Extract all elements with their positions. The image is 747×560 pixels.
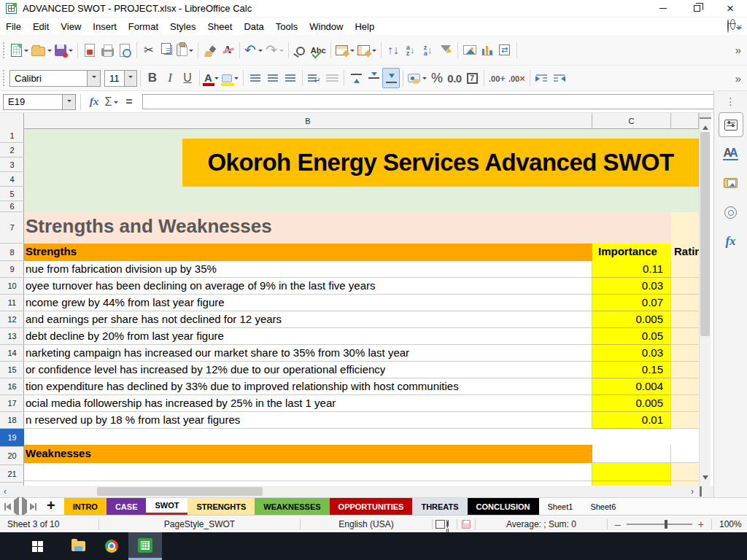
sheet-tab-threats[interactable]: THREATS bbox=[412, 498, 467, 515]
horizontal-scrollbar-thumb[interactable] bbox=[97, 487, 263, 496]
table-row[interactable]: oyee turnover has been declining on aver… bbox=[24, 278, 699, 295]
align-center-button[interactable] bbox=[264, 68, 282, 88]
row-header-11[interactable]: 11 bbox=[0, 295, 24, 311]
font-color-button[interactable]: A bbox=[203, 68, 220, 88]
freeze-panes-button[interactable]: ⇄ bbox=[496, 40, 514, 61]
sidebar-tab-styles[interactable]: AA bbox=[719, 141, 743, 166]
importance-value-cell[interactable]: 0.005 bbox=[592, 311, 671, 328]
paste-button[interactable] bbox=[175, 40, 195, 61]
strength-text-cell[interactable]: and earnings per share has not declined … bbox=[24, 311, 592, 328]
menu-sheet[interactable]: Sheet bbox=[201, 19, 238, 34]
name-box[interactable]: E19 bbox=[3, 94, 76, 110]
name-box-dropdown[interactable] bbox=[62, 95, 75, 109]
row-header-8[interactable]: 8 bbox=[0, 244, 24, 261]
zoom-in-icon[interactable]: + bbox=[698, 518, 704, 530]
empty-cell[interactable] bbox=[671, 445, 699, 463]
table-row[interactable]: ocial media followership has increased b… bbox=[24, 395, 699, 412]
toolbar-overflow-button[interactable]: » bbox=[735, 72, 740, 85]
selection-mode-icon[interactable] bbox=[436, 520, 445, 529]
align-top-button[interactable] bbox=[347, 68, 365, 88]
sort-descending-button[interactable]: za↓ bbox=[419, 40, 437, 61]
table-row[interactable]: or confidence level has increased by 12%… bbox=[24, 362, 699, 378]
importance-value-cell[interactable]: 0.15 bbox=[592, 362, 671, 378]
strength-text-cell[interactable]: debt decline by 20% from last year figur… bbox=[24, 328, 592, 345]
vertical-scrollbar[interactable] bbox=[699, 113, 711, 486]
rating-empty-cell[interactable] bbox=[671, 311, 699, 328]
strength-text-cell[interactable]: ncome grew by 44% from last year figure bbox=[24, 295, 592, 311]
next-sheet-button[interactable] bbox=[22, 500, 27, 513]
print-preview-button[interactable] bbox=[116, 40, 133, 61]
document-modified-icon[interactable] bbox=[462, 520, 471, 529]
row-header-12[interactable]: 12 bbox=[0, 311, 24, 328]
rating-empty-cell[interactable] bbox=[671, 378, 699, 395]
menu-window[interactable]: Window bbox=[303, 19, 349, 34]
selection-stats-status[interactable]: Average: ; Sum: 0 bbox=[476, 519, 607, 529]
clone-formatting-button[interactable] bbox=[201, 40, 219, 61]
delete-decimal-button[interactable]: .00× bbox=[507, 68, 527, 88]
importance-value-cell[interactable]: 0.004 bbox=[592, 378, 671, 395]
row-header-21[interactable]: 21 bbox=[0, 465, 24, 483]
strength-text-cell[interactable]: tion expenditure has declined by 33% due… bbox=[24, 378, 592, 395]
find-replace-button[interactable] bbox=[292, 40, 309, 61]
toolbar-grip[interactable] bbox=[3, 70, 6, 86]
zoom-slider-thumb[interactable] bbox=[665, 520, 667, 529]
restore-button[interactable] bbox=[680, 0, 713, 18]
scroll-down-icon[interactable] bbox=[703, 475, 708, 483]
libreoffice-calc-button[interactable] bbox=[128, 532, 162, 560]
vertical-scrollbar-thumb[interactable] bbox=[700, 132, 710, 336]
row-header-4[interactable]: 4 bbox=[0, 172, 24, 187]
highlight-color-button[interactable] bbox=[220, 68, 240, 88]
sort-button[interactable]: ↑↓ bbox=[384, 40, 402, 61]
add-sheet-button[interactable]: + bbox=[41, 498, 64, 515]
sort-ascending-button[interactable]: az↓ bbox=[402, 40, 419, 61]
rating-empty-cell[interactable] bbox=[671, 362, 699, 378]
sheet-tab-strenghts[interactable]: STRENGHTS bbox=[187, 498, 255, 515]
spelling-button[interactable]: Abc bbox=[309, 40, 328, 61]
decrease-indent-button[interactable] bbox=[551, 68, 568, 88]
export-pdf-button[interactable] bbox=[81, 40, 98, 61]
font-size-combo[interactable]: 11 bbox=[104, 70, 137, 87]
rating-empty-cell[interactable] bbox=[671, 278, 699, 295]
rating-header-cell[interactable]: Rating bbox=[671, 244, 699, 261]
previous-sheet-button[interactable] bbox=[14, 500, 19, 513]
importance-value-cell[interactable]: 0.11 bbox=[592, 261, 671, 278]
merge-cells-button[interactable] bbox=[323, 68, 341, 88]
sheet-position-status[interactable]: Sheet 3 of 10 bbox=[0, 519, 98, 529]
row-header-1[interactable]: 1 bbox=[0, 129, 24, 143]
copy-button[interactable] bbox=[158, 40, 175, 61]
close-button[interactable]: × bbox=[713, 0, 747, 18]
currency-format-button[interactable] bbox=[406, 68, 428, 88]
strength-text-cell[interactable]: nue from fabrication division up by 35% bbox=[24, 261, 592, 278]
table-row[interactable]: and earnings per share has not declined … bbox=[24, 311, 699, 328]
update-globe-icon[interactable] bbox=[727, 20, 729, 33]
language-status[interactable]: English (USA) bbox=[301, 519, 432, 529]
sheet-tab-intro[interactable]: INTRO bbox=[64, 498, 107, 515]
horizontal-scrollbar[interactable]: ‹ › bbox=[0, 486, 713, 497]
align-right-button[interactable] bbox=[282, 68, 299, 88]
cut-button[interactable]: ✂ bbox=[140, 40, 158, 61]
row-header-14[interactable]: 14 bbox=[0, 345, 24, 362]
sheet-tab-sheet6[interactable]: Sheet6 bbox=[581, 498, 624, 515]
autosum-button[interactable]: Σ bbox=[103, 92, 120, 112]
scroll-right-icon[interactable]: › bbox=[687, 486, 697, 497]
row-header-6[interactable]: 6 bbox=[0, 201, 24, 212]
align-bottom-button[interactable] bbox=[382, 68, 400, 88]
strength-text-cell[interactable]: oyee turnover has been declining on aver… bbox=[24, 278, 592, 295]
sheet-cells-area[interactable]: Okoroh Energy Services Advanced SWOT Str… bbox=[24, 129, 699, 486]
formula-button[interactable]: = bbox=[120, 92, 138, 112]
row-header-20[interactable]: 20 bbox=[0, 447, 24, 465]
table-row[interactable]: n reserved up by 18 % from last year fig… bbox=[24, 412, 699, 429]
row-header-18[interactable]: 18 bbox=[0, 412, 24, 429]
function-wizard-button[interactable]: fx bbox=[85, 92, 103, 112]
date-format-button[interactable]: 7 bbox=[463, 68, 481, 88]
menu-format[interactable]: Format bbox=[123, 19, 164, 34]
table-row[interactable]: tion expenditure has declined by 33% due… bbox=[24, 378, 699, 395]
row-header-3[interactable]: 3 bbox=[0, 158, 24, 172]
autofilter-button[interactable] bbox=[437, 40, 454, 61]
empty-row[interactable] bbox=[24, 463, 699, 481]
rating-empty-cell[interactable] bbox=[671, 328, 699, 345]
rating-empty-cell[interactable] bbox=[671, 261, 699, 278]
zoom-slider[interactable]: – + bbox=[608, 518, 711, 530]
strength-text-cell[interactable]: narketing campaign has increased our mar… bbox=[24, 345, 592, 362]
print-button[interactable] bbox=[98, 40, 116, 61]
